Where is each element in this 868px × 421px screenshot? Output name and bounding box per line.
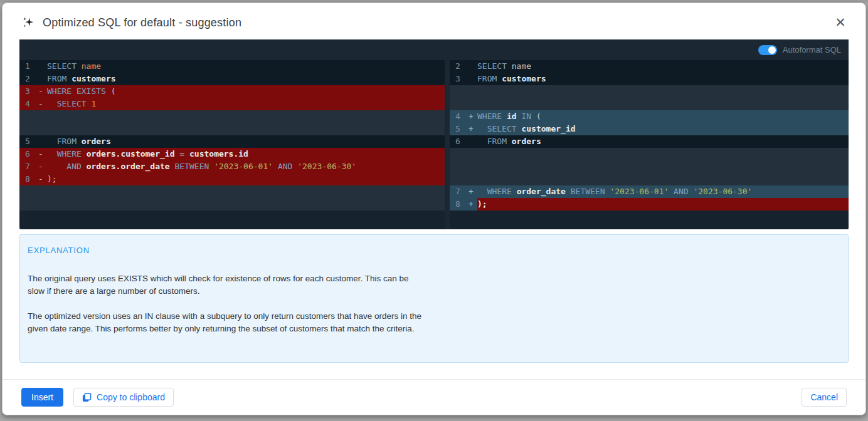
line-number: 4	[25, 98, 34, 110]
explanation-panel: EXPLANATION The original query uses EXIS…	[19, 234, 849, 363]
diff-row: 5 FROM orders	[19, 135, 445, 148]
diff-row	[19, 198, 445, 210]
diff-row	[450, 173, 849, 185]
line-number: 5	[455, 123, 465, 135]
diff-toolbar: Autoformat SQL	[19, 39, 849, 60]
diff-row	[19, 110, 445, 123]
diff-marker	[465, 135, 477, 148]
line-number: 6	[25, 148, 34, 160]
code-line: SELECT name	[477, 60, 849, 73]
diff-row: 7- AND orders.order_date BETWEEN '2023-0…	[19, 160, 445, 173]
explanation-paragraph: The original query uses EXISTS which wil…	[28, 273, 428, 298]
toggle-knob	[768, 46, 776, 54]
line-number: 5	[25, 135, 34, 148]
diff-marker: -	[34, 85, 47, 98]
cancel-button-label: Cancel	[810, 392, 838, 402]
diff-row	[19, 123, 445, 135]
code-line: FROM orders	[47, 135, 445, 148]
diff-marker	[34, 60, 47, 73]
optimized-sql-pane: 2SELECT name3FROM customers4+WHERE id IN…	[450, 60, 849, 229]
line-number: 7	[455, 185, 465, 198]
autoformat-label: Autoformat SQL	[783, 45, 841, 55]
diff-row: 7+ WHERE order_date BETWEEN '2023-06-01'…	[450, 185, 849, 198]
diff-row: 6 FROM orders	[450, 135, 849, 148]
diff-row	[450, 148, 849, 160]
diff-row: 8-);	[19, 173, 445, 185]
diff-row	[450, 85, 849, 98]
code-line: AND orders.order_date BETWEEN '2023-06-0…	[47, 160, 445, 173]
diff-marker: +	[465, 198, 477, 210]
code-line: WHERE orders.customer_id = customers.id	[47, 148, 445, 160]
line-number: 4	[455, 110, 465, 123]
line-number: 8	[455, 198, 465, 210]
code-line: );	[477, 198, 849, 210]
code-line: WHERE id IN (	[477, 110, 849, 123]
pane-divider	[445, 60, 450, 229]
insert-button-label: Insert	[31, 392, 53, 402]
ai-sparkle-icon	[22, 16, 34, 29]
diff-body: 1SELECT name2FROM customers3-WHERE EXIST…	[19, 60, 849, 229]
code-line: FROM customers	[477, 73, 849, 85]
diff-row: 3-WHERE EXISTS (	[19, 85, 445, 98]
line-number: 1	[25, 60, 34, 73]
close-button[interactable]: ✕	[832, 14, 849, 31]
diff-marker: -	[34, 148, 47, 160]
diff-row: 1SELECT name	[19, 60, 445, 73]
code-line: WHERE order_date BETWEEN '2023-06-01' AN…	[477, 185, 849, 198]
sql-diff-viewer: Autoformat SQL 1SELECT name2FROM custome…	[19, 39, 849, 229]
diff-row: 8+);	[450, 198, 849, 210]
diff-marker: -	[34, 160, 47, 173]
modal-footer: Insert Copy to clipboard Cancel	[3, 379, 865, 415]
cancel-button[interactable]: Cancel	[802, 388, 847, 407]
diff-row	[19, 185, 445, 198]
code-line: );	[47, 173, 445, 185]
code-line: SELECT customer_id	[477, 123, 849, 135]
diff-marker	[34, 135, 47, 148]
line-number: 3	[25, 85, 34, 98]
insert-button[interactable]: Insert	[21, 388, 63, 407]
modal-header: Optimized SQL for default - suggestion ✕	[3, 3, 865, 39]
copy-icon	[82, 393, 92, 402]
explanation-heading: EXPLANATION	[28, 246, 835, 255]
modal-title: Optimized SQL for default - suggestion	[43, 16, 241, 29]
line-number: 6	[455, 135, 465, 148]
line-number: 8	[25, 173, 34, 185]
diff-row	[450, 160, 849, 173]
diff-marker: -	[34, 173, 47, 185]
code-line: FROM customers	[47, 73, 445, 85]
code-line: SELECT 1	[47, 98, 445, 110]
copy-to-clipboard-button[interactable]: Copy to clipboard	[73, 388, 174, 407]
explanation-paragraph: The optimized version uses an IN clause …	[28, 310, 428, 335]
diff-marker: +	[465, 185, 477, 198]
diff-row	[450, 98, 849, 110]
diff-row: 6- WHERE orders.customer_id = customers.…	[19, 148, 445, 160]
original-sql-pane: 1SELECT name2FROM customers3-WHERE EXIST…	[19, 60, 445, 229]
diff-marker	[465, 73, 477, 85]
code-line: WHERE EXISTS (	[47, 85, 445, 98]
diff-row: 2SELECT name	[450, 60, 849, 73]
diff-row: 4+WHERE id IN (	[450, 110, 849, 123]
line-number: 7	[25, 160, 34, 173]
diff-row: 4- SELECT 1	[19, 98, 445, 110]
diff-marker: +	[465, 123, 477, 135]
diff-marker	[465, 60, 477, 73]
diff-marker	[34, 73, 47, 85]
line-number: 2	[455, 60, 465, 73]
diff-marker: -	[34, 98, 47, 110]
close-icon: ✕	[835, 15, 846, 29]
diff-row: 2FROM customers	[19, 73, 445, 85]
autoformat-toggle[interactable]	[758, 45, 777, 55]
copy-button-label: Copy to clipboard	[97, 392, 165, 402]
diff-marker: +	[465, 110, 477, 123]
code-line: FROM orders	[477, 135, 849, 148]
optimized-sql-modal: Optimized SQL for default - suggestion ✕…	[2, 3, 866, 415]
code-line: SELECT name	[47, 60, 445, 73]
line-number: 3	[455, 73, 465, 85]
diff-row: 5+ SELECT customer_id	[450, 123, 849, 135]
diff-row: 3FROM customers	[450, 73, 849, 85]
line-number: 2	[25, 73, 34, 85]
